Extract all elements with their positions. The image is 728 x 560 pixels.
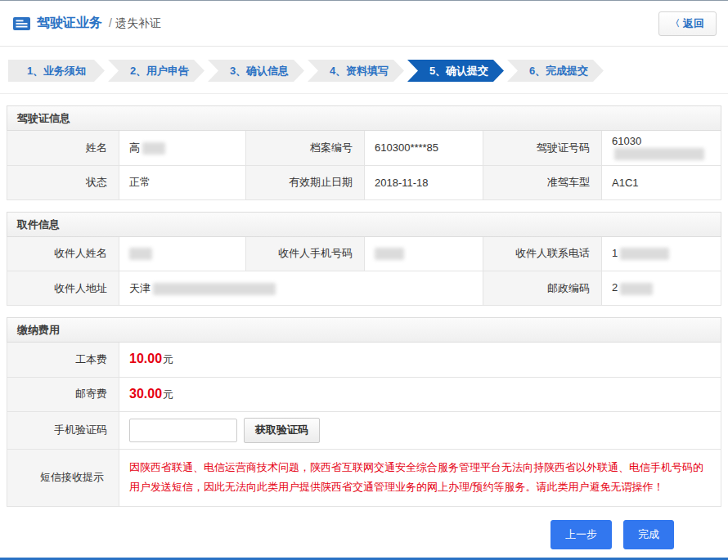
- recipient-name-value: [119, 237, 246, 271]
- sms-code-input[interactable]: [129, 419, 237, 442]
- license-info-table: 姓名 高 档案编号 610300****85 驾驶证号码 61030 状态 正常…: [7, 131, 721, 200]
- recipient-phone-value: [365, 237, 483, 271]
- section-payment: 缴纳费用 工本费 10.00元 邮寄费 30.00元 手机验证码: [7, 317, 721, 507]
- name-value-text: 高: [129, 141, 140, 154]
- postage-fee-value: 30.00元: [119, 377, 721, 411]
- pickup-row-2: 收件人地址 天津 邮政编码 2: [7, 271, 721, 306]
- get-code-button[interactable]: 获取验证码: [244, 418, 320, 443]
- document-list-icon: [13, 17, 30, 30]
- title-group: 驾驶证业务 /遗失补证: [13, 15, 161, 32]
- license-no-value: 61030: [602, 131, 721, 165]
- payment-section-title: 缴纳费用: [7, 317, 721, 343]
- redacted-block: [153, 283, 276, 295]
- section-license-info: 驾驶证信息 姓名 高 档案编号 610300****85 驾驶证号码 61030…: [7, 105, 721, 200]
- payment-table: 工本费 10.00元 邮寄费 30.00元 手机验证码 获取验证码: [7, 343, 721, 507]
- page-container: 驾驶证业务 /遗失补证 〈 返回 1、业务须知 2、用户申告 3、确认信息 4、…: [0, 0, 728, 560]
- recipient-phone-label: 收件人手机号码: [246, 237, 365, 271]
- page-title: 驾驶证业务: [37, 15, 102, 32]
- step-confirm-submit[interactable]: 5、确认提交: [407, 60, 504, 82]
- sms-notice-row: 短信接收提示 因陕西省联通、电信运营商技术问题，陕西省互联网交通安全综合服务管理…: [7, 449, 721, 506]
- license-no-value-text: 61030: [612, 135, 641, 147]
- sms-code-row: 手机验证码 获取验证码: [7, 411, 721, 449]
- fee-unit: 元: [163, 353, 173, 365]
- breadcrumb-subtitle: /遗失补证: [109, 16, 161, 31]
- back-button[interactable]: 〈 返回: [658, 11, 717, 36]
- pickup-row-1: 收件人姓名 收件人手机号码 收件人联系电话 1: [7, 237, 721, 271]
- back-arrow-icon: 〈: [671, 17, 680, 29]
- status-value: 正常: [119, 165, 246, 199]
- license-row-1: 姓名 高 档案编号 610300****85 驾驶证号码 61030: [7, 131, 721, 165]
- file-no-label: 档案编号: [246, 131, 365, 165]
- postage-fee-amount: 30.00: [129, 387, 162, 401]
- postage-fee-row: 邮寄费 30.00元: [7, 377, 721, 411]
- expiry-label: 有效期止日期: [246, 165, 365, 199]
- redacted-block: [129, 248, 152, 260]
- vehicle-type-value: A1C1: [602, 165, 721, 199]
- pickup-section-title: 取件信息: [7, 212, 721, 237]
- status-label: 状态: [7, 165, 119, 199]
- recipient-tel-value-text: 1: [612, 247, 618, 259]
- section-pickup-info: 取件信息 收件人姓名 收件人手机号码 收件人联系电话 1 收件人地址: [7, 212, 721, 307]
- pickup-info-table: 收件人姓名 收件人手机号码 收件人联系电话 1 收件人地址 天津 邮政编码 2: [7, 237, 721, 307]
- name-value: 高: [119, 131, 246, 165]
- zip-value-text: 2: [612, 281, 618, 293]
- expiry-value: 2018-11-18: [365, 165, 483, 199]
- sms-notice-label: 短信接收提示: [7, 449, 119, 506]
- address-label: 收件人地址: [7, 271, 119, 306]
- zip-value: 2: [602, 271, 721, 306]
- footer-actions: 上一步 完成: [7, 520, 674, 549]
- back-button-label: 返回: [683, 16, 704, 31]
- sms-code-cell: 获取验证码: [119, 411, 721, 449]
- file-no-value: 610300****85: [365, 131, 483, 165]
- name-label: 姓名: [7, 131, 119, 165]
- step-business-notice[interactable]: 1、业务须知: [8, 60, 105, 82]
- header-bar: 驾驶证业务 /遗失补证 〈 返回: [0, 1, 728, 47]
- main-content: 驾驶证信息 姓名 高 档案编号 610300****85 驾驶证号码 61030…: [0, 105, 728, 549]
- redacted-block: [620, 283, 653, 295]
- recipient-tel-value: 1: [602, 237, 721, 271]
- step-fill-materials[interactable]: 4、资料填写: [308, 60, 404, 82]
- address-value-text: 天津: [129, 282, 151, 294]
- vehicle-type-label: 准驾车型: [483, 165, 602, 199]
- breadcrumb-current: 遗失补证: [115, 16, 161, 29]
- step-complete-submit[interactable]: 6、完成提交: [507, 60, 604, 82]
- finish-button[interactable]: 完成: [623, 520, 674, 549]
- prev-step-button[interactable]: 上一步: [550, 520, 612, 549]
- recipient-tel-label: 收件人联系电话: [483, 237, 602, 271]
- fee-unit: 元: [163, 388, 173, 401]
- redacted-block: [375, 248, 404, 260]
- zip-label: 邮政编码: [483, 271, 602, 306]
- step-navigation: 1、业务须知 2、用户申告 3、确认信息 4、资料填写 5、确认提交 6、完成提…: [0, 47, 728, 94]
- production-fee-value: 10.00元: [119, 343, 721, 377]
- sms-notice-text: 因陕西省联通、电信运营商技术问题，陕西省互联网交通安全综合服务管理平台无法向持陕…: [129, 458, 706, 498]
- postage-fee-label: 邮寄费: [7, 377, 119, 411]
- production-fee-row: 工本费 10.00元: [7, 343, 721, 377]
- recipient-name-label: 收件人姓名: [7, 237, 119, 271]
- redacted-block: [142, 142, 165, 155]
- redacted-block: [614, 148, 704, 160]
- license-row-2: 状态 正常 有效期止日期 2018-11-18 准驾车型 A1C1: [7, 165, 721, 199]
- address-value: 天津: [119, 271, 483, 306]
- license-no-label: 驾驶证号码: [483, 131, 602, 165]
- production-fee-amount: 10.00: [129, 352, 162, 365]
- license-section-title: 驾驶证信息: [7, 105, 721, 131]
- production-fee-label: 工本费: [7, 343, 119, 377]
- step-confirm-info[interactable]: 3、确认信息: [208, 60, 304, 82]
- step-user-declaration[interactable]: 2、用户申告: [108, 60, 204, 82]
- redacted-block: [620, 248, 669, 260]
- breadcrumb-separator: /: [109, 16, 112, 29]
- sms-code-label: 手机验证码: [7, 411, 119, 449]
- sms-notice-cell: 因陕西省联通、电信运营商技术问题，陕西省互联网交通安全综合服务管理平台无法向持陕…: [119, 449, 721, 506]
